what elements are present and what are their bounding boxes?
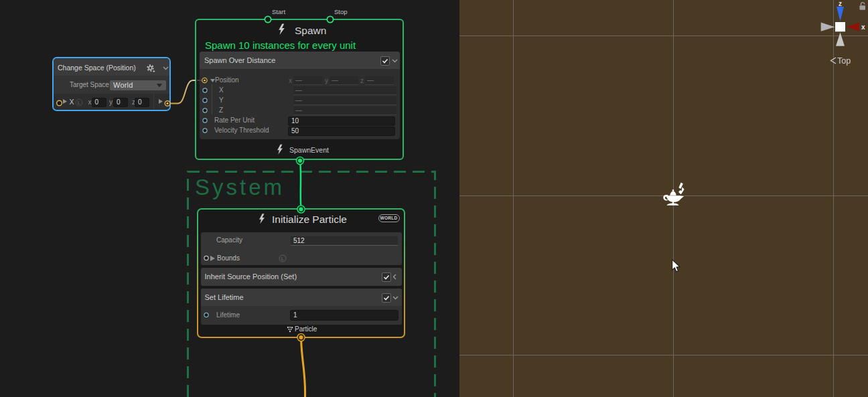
svg-text:x: x [861, 23, 865, 31]
svg-text:z: z [839, 0, 842, 7]
